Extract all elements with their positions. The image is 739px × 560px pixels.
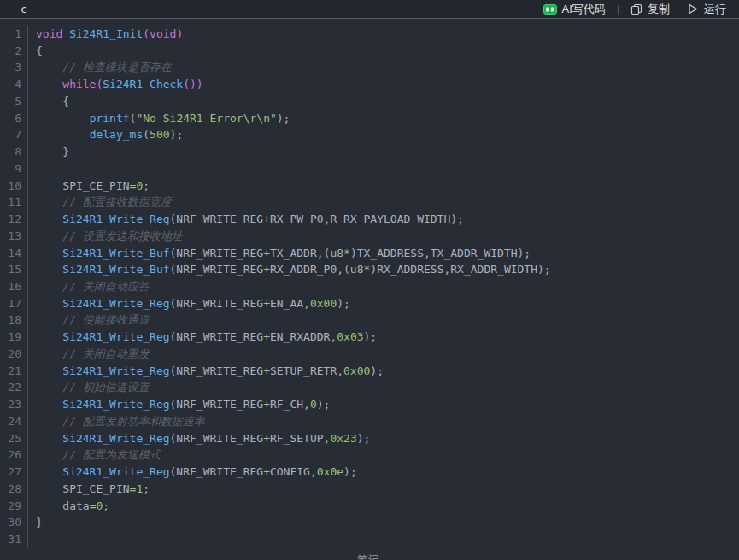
code-line-content: printf("No Si24R1 Error\r\n"); <box>28 110 290 127</box>
run-label: 运行 <box>704 2 726 17</box>
code-line-content: // 配置发射功率和数据速率 <box>28 413 205 430</box>
code-token-pl: ); <box>364 330 378 343</box>
code-token-pkw: ( <box>143 27 150 40</box>
code-line: 27 Si24R1_Write_Reg(NRF_WRITE_REG+CONFIG… <box>0 464 739 481</box>
code-token-pl: ; <box>143 482 150 495</box>
code-token-fn: Si24R1_Init <box>69 27 143 40</box>
line-number: 3 <box>0 59 28 76</box>
line-number: 20 <box>0 346 28 363</box>
code-line: 22 // 初始信道设置 <box>0 379 739 396</box>
code-token-cm: // 检查模块是否存在 <box>62 61 171 73</box>
line-number: 26 <box>0 446 28 464</box>
code-token-pl: (NRF_WRITE_REG <box>170 263 264 276</box>
code-token-pl: ); <box>317 398 331 411</box>
code-line-content: Si24R1_Write_Reg(NRF_WRITE_REG+RF_SETUP,… <box>28 430 370 447</box>
line-number: 29 <box>0 498 28 515</box>
code-token-pl: (NRF_WRITE_REG <box>170 330 264 343</box>
code-line-content: Si24R1_Write_Buf(NRF_WRITE_REG+RX_ADDR_P… <box>28 261 551 278</box>
code-line: 21 Si24R1_Write_Reg(NRF_WRITE_REG+SETUP_… <box>0 363 739 380</box>
code-line-content: data=0; <box>28 498 109 515</box>
code-line-content: // 关闭自动重发 <box>28 346 150 363</box>
line-number: 31 <box>0 531 28 548</box>
code-line-content: Si24R1_Write_Reg(NRF_WRITE_REG+EN_RXADDR… <box>28 329 377 346</box>
code-token-kw: void <box>36 27 62 40</box>
code-line: 20 // 关闭自动重发 <box>0 346 739 363</box>
code-token-pl: (NRF_WRITE_REG <box>170 432 264 445</box>
code-token-fn: Si24R1_Write_Buf <box>62 263 169 276</box>
code-token-fn: Si24R1_Write_Reg <box>62 432 169 445</box>
code-token-pl: ; <box>103 499 109 512</box>
code-token-pl: { <box>36 95 69 108</box>
code-token-op: + <box>263 213 270 225</box>
code-token-pl: { <box>36 44 43 57</box>
code-token-pl <box>36 112 90 125</box>
line-number: 22 <box>0 379 28 396</box>
code-token-num: 500 <box>150 128 169 141</box>
code-token-pl <box>36 347 62 360</box>
code-line: 28 SPI_CE_PIN=1; <box>0 481 739 498</box>
code-token-pl: (NRF_WRITE_REG <box>170 398 264 411</box>
code-token-pl <box>36 313 62 326</box>
code-token-pl: } <box>36 145 69 158</box>
line-number: 6 <box>0 110 28 127</box>
code-token-fn: Si24R1_Write_Reg <box>62 213 169 225</box>
code-line-content: Si24R1_Write_Buf(NRF_WRITE_REG+TX_ADDR,(… <box>28 245 531 262</box>
code-token-pl <box>36 247 62 260</box>
code-token-fn: Si24R1_Write_Reg <box>62 465 169 478</box>
copy-icon <box>630 3 642 15</box>
code-token-fn: Si24R1_Check <box>103 78 183 90</box>
code-token-cm: // 关闭自动重发 <box>62 347 149 360</box>
code-line-content: Si24R1_Write_Reg(NRF_WRITE_REG+SETUP_RET… <box>28 363 384 380</box>
code-token-pl: RX_ADDR_P0,(u8 <box>270 263 364 276</box>
code-token-pl <box>36 398 62 411</box>
code-token-pl <box>36 61 62 73</box>
code-token-kw: void <box>150 27 176 40</box>
ai-write-code-label: AI写代码 <box>562 2 606 17</box>
line-number: 18 <box>0 312 28 329</box>
line-number: 5 <box>0 93 28 110</box>
code-token-pl: RX_PW_P0,R_RX_PAYLOAD_WIDTH); <box>270 213 464 225</box>
code-line: 8 } <box>0 143 739 160</box>
line-number: 13 <box>0 228 28 245</box>
code-line: 7 delay_ms(500); <box>0 126 739 143</box>
code-token-num: 0x00 <box>343 365 370 377</box>
code-token-pl <box>36 365 62 377</box>
code-token-cm: // 配置为发送模式 <box>62 448 160 461</box>
code-line: 4 while(Si24R1_Check()) <box>0 76 739 93</box>
code-token-pl: ); <box>170 128 184 141</box>
code-line: 5 { <box>0 93 739 110</box>
code-line: 18 // 使能接收通道 <box>0 312 739 329</box>
line-number: 23 <box>0 396 28 413</box>
code-line: 25 Si24R1_Write_Reg(NRF_WRITE_REG+RF_SET… <box>0 430 739 447</box>
code-editor[interactable]: 1void Si24R1_Init(void)2{3 // 检查模块是否存在4 … <box>0 19 739 548</box>
code-token-pl: SPI_CE_PIN <box>36 482 130 495</box>
code-line-content: // 检查模块是否存在 <box>28 59 172 76</box>
code-token-op: + <box>263 465 270 478</box>
code-line-content: Si24R1_Write_Reg(NRF_WRITE_REG+EN_AA,0x0… <box>28 295 350 312</box>
ai-write-code-button[interactable]: AI写代码 <box>543 2 606 17</box>
code-token-cm: // 关闭自动应答 <box>62 280 149 293</box>
code-token-pl <box>36 263 62 276</box>
line-number: 14 <box>0 245 28 262</box>
code-token-pl: (NRF_WRITE_REG <box>170 465 264 478</box>
code-token-op: + <box>263 398 270 411</box>
code-line-content: // 配置为发送模式 <box>28 446 161 464</box>
editor-header: c AI写代码 | 复制 <box>0 0 739 19</box>
code-token-pl: (NRF_WRITE_REG <box>170 213 264 225</box>
code-line: 14 Si24R1_Write_Buf(NRF_WRITE_REG+TX_ADD… <box>0 245 739 262</box>
code-line: 3 // 检查模块是否存在 <box>0 59 739 76</box>
line-number: 19 <box>0 329 28 346</box>
code-line: 30} <box>0 514 739 531</box>
code-token-pl <box>62 27 69 40</box>
run-button[interactable]: 运行 <box>688 2 726 17</box>
copy-button[interactable]: 复制 <box>630 2 670 17</box>
line-number: 30 <box>0 514 28 531</box>
code-token-pl <box>36 448 62 461</box>
clipped-text-below-fold: 笔记 <box>357 554 379 560</box>
code-token-pl: SPI_CE_PIN <box>36 179 130 192</box>
code-token-pl: RF_CH, <box>270 398 310 411</box>
code-token-fn: Si24R1_Write_Reg <box>62 297 169 310</box>
code-token-pl: TX_ADDR,(u8 <box>270 247 343 260</box>
code-line: 17 Si24R1_Write_Reg(NRF_WRITE_REG+EN_AA,… <box>0 295 739 312</box>
line-number: 7 <box>0 126 28 143</box>
